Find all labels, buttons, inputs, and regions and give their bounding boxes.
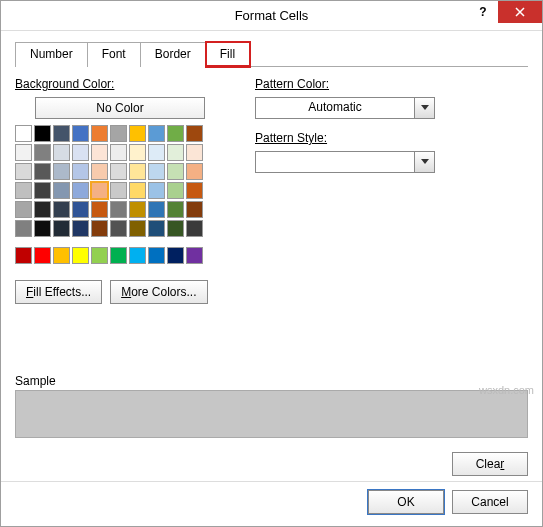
pattern-style-combo[interactable] [255, 151, 435, 173]
standard-color-swatch[interactable] [129, 247, 146, 264]
close-icon [515, 7, 525, 17]
color-swatch[interactable] [167, 144, 184, 161]
tab-fill[interactable]: Fill [206, 42, 250, 67]
color-swatch[interactable] [72, 125, 89, 142]
color-swatch[interactable] [167, 125, 184, 142]
format-cells-dialog: Format Cells ? Number Font Border Fill B… [0, 0, 543, 527]
standard-color-swatch[interactable] [34, 247, 51, 264]
standard-color-swatch[interactable] [186, 247, 203, 264]
color-swatch[interactable] [167, 182, 184, 199]
color-swatch[interactable] [34, 182, 51, 199]
color-swatch[interactable] [15, 125, 32, 142]
color-swatch[interactable] [167, 201, 184, 218]
color-swatch[interactable] [34, 201, 51, 218]
color-swatch[interactable] [186, 182, 203, 199]
color-swatch[interactable] [15, 182, 32, 199]
color-swatch[interactable] [53, 163, 70, 180]
color-swatch[interactable] [148, 220, 165, 237]
color-swatch[interactable] [129, 144, 146, 161]
color-swatch[interactable] [34, 144, 51, 161]
separator [1, 481, 542, 482]
pattern-style-label: Pattern Style: [255, 131, 528, 145]
color-swatch[interactable] [110, 163, 127, 180]
pattern-color-value: Automatic [256, 98, 414, 118]
color-swatch[interactable] [91, 220, 108, 237]
color-swatch[interactable] [91, 125, 108, 142]
sample-label: Sample [15, 374, 528, 388]
standard-color-swatch[interactable] [15, 247, 32, 264]
color-swatch[interactable] [34, 163, 51, 180]
clear-button[interactable]: Clear [452, 452, 528, 476]
color-swatch[interactable] [148, 163, 165, 180]
color-swatch[interactable] [110, 201, 127, 218]
color-swatch[interactable] [53, 144, 70, 161]
color-swatch[interactable] [15, 163, 32, 180]
help-button[interactable]: ? [468, 1, 498, 23]
standard-color-swatch[interactable] [72, 247, 89, 264]
color-swatch[interactable] [129, 163, 146, 180]
color-swatch[interactable] [110, 220, 127, 237]
color-swatch[interactable] [129, 182, 146, 199]
standard-color-swatch[interactable] [167, 247, 184, 264]
color-swatch[interactable] [91, 201, 108, 218]
standard-color-swatch[interactable] [91, 247, 108, 264]
no-color-button[interactable]: No Color [35, 97, 205, 119]
chevron-down-icon [414, 98, 434, 118]
pattern-color-label: Pattern Color: [255, 77, 528, 91]
pattern-color-combo[interactable]: Automatic [255, 97, 435, 119]
color-swatch[interactable] [72, 182, 89, 199]
color-swatch[interactable] [148, 182, 165, 199]
color-swatch[interactable] [186, 201, 203, 218]
color-swatch[interactable] [72, 163, 89, 180]
color-swatch[interactable] [91, 163, 108, 180]
tab-border[interactable]: Border [141, 42, 206, 67]
color-swatch[interactable] [53, 125, 70, 142]
color-swatch[interactable] [53, 220, 70, 237]
tab-number[interactable]: Number [15, 42, 88, 67]
color-swatch[interactable] [167, 220, 184, 237]
ok-button[interactable]: OK [368, 490, 444, 514]
color-swatch[interactable] [15, 201, 32, 218]
sample-preview [15, 390, 528, 438]
color-swatch[interactable] [72, 220, 89, 237]
color-swatch[interactable] [148, 201, 165, 218]
close-button[interactable] [498, 1, 542, 23]
color-swatch[interactable] [53, 182, 70, 199]
theme-color-grid [15, 125, 225, 237]
standard-color-swatch[interactable] [53, 247, 70, 264]
cancel-button[interactable]: Cancel [452, 490, 528, 514]
standard-color-swatch[interactable] [148, 247, 165, 264]
chevron-down-icon [414, 152, 434, 172]
color-swatch[interactable] [167, 163, 184, 180]
fill-effects-button[interactable]: Fill Effects... [15, 280, 102, 304]
color-swatch[interactable] [34, 125, 51, 142]
color-swatch[interactable] [110, 144, 127, 161]
color-swatch[interactable] [148, 125, 165, 142]
background-color-label: Background Color: [15, 77, 225, 91]
color-swatch[interactable] [186, 144, 203, 161]
color-swatch[interactable] [72, 144, 89, 161]
standard-color-row [15, 247, 225, 264]
standard-color-swatch[interactable] [110, 247, 127, 264]
color-swatch[interactable] [129, 125, 146, 142]
color-swatch[interactable] [91, 182, 108, 199]
tab-font[interactable]: Font [88, 42, 141, 67]
dialog-title: Format Cells [1, 8, 542, 23]
color-swatch[interactable] [186, 125, 203, 142]
color-swatch[interactable] [110, 182, 127, 199]
tab-bar: Number Font Border Fill [15, 41, 528, 67]
color-swatch[interactable] [186, 163, 203, 180]
color-swatch[interactable] [15, 220, 32, 237]
color-swatch[interactable] [129, 201, 146, 218]
watermark: wsxdn.com [479, 384, 534, 396]
color-swatch[interactable] [110, 125, 127, 142]
color-swatch[interactable] [91, 144, 108, 161]
color-swatch[interactable] [34, 220, 51, 237]
color-swatch[interactable] [129, 220, 146, 237]
color-swatch[interactable] [72, 201, 89, 218]
more-colors-button[interactable]: More Colors... [110, 280, 207, 304]
color-swatch[interactable] [148, 144, 165, 161]
color-swatch[interactable] [186, 220, 203, 237]
color-swatch[interactable] [15, 144, 32, 161]
color-swatch[interactable] [53, 201, 70, 218]
